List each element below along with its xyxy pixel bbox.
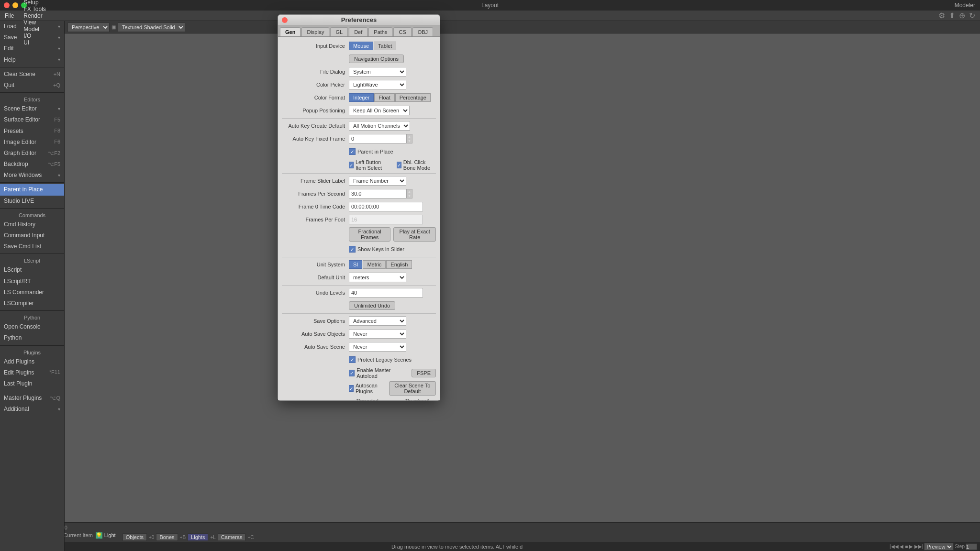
play-at-exact-rate-button[interactable]: Play at Exact Rate bbox=[393, 227, 436, 242]
sidebar-item-image-editor[interactable]: Image Editor F6 bbox=[0, 137, 64, 148]
unit-english[interactable]: English bbox=[386, 260, 412, 269]
reload-icon[interactable]: ↻ bbox=[969, 11, 975, 20]
fps-arrows[interactable]: ▲ ▼ bbox=[406, 189, 412, 198]
frame-slider-select[interactable]: Frame Number bbox=[349, 176, 406, 186]
undo-levels-input[interactable] bbox=[349, 288, 423, 298]
preview-select[interactable]: Preview bbox=[924, 543, 954, 551]
sidebar-item-graph-editor[interactable]: Graph Editor ⌥F2 bbox=[0, 148, 64, 159]
dialog-controls[interactable] bbox=[282, 17, 288, 23]
sidebar-item-lscript-rt[interactable]: LScript/RT bbox=[0, 276, 64, 287]
sidebar-item-save-cmd-list[interactable]: Save Cmd List bbox=[0, 241, 64, 252]
menu-item-view[interactable]: View bbox=[19, 19, 50, 26]
autoscan-checkbox[interactable]: ✓ bbox=[349, 385, 354, 392]
input-device-tablet[interactable]: Tablet bbox=[374, 42, 396, 50]
minimize-button[interactable] bbox=[12, 2, 18, 8]
save-options-select[interactable]: Advanced bbox=[349, 316, 406, 326]
left-button-checkbox[interactable]: ✓ bbox=[349, 162, 354, 168]
bones-button[interactable]: Bones bbox=[156, 533, 178, 541]
step-input[interactable] bbox=[966, 543, 977, 550]
sidebar-item-command-input[interactable]: Command Input bbox=[0, 230, 64, 241]
navigation-options-button[interactable]: Navigation Options bbox=[349, 55, 404, 63]
color-picker-select[interactable]: LightWave bbox=[349, 80, 406, 89]
fps-down[interactable]: ▼ bbox=[407, 194, 412, 198]
perspective-select[interactable]: Perspective bbox=[67, 22, 110, 32]
auto-save-objects-select[interactable]: Never bbox=[349, 329, 406, 339]
tab-obj[interactable]: OBJ bbox=[412, 27, 433, 36]
auto-key-default-select[interactable]: All Motion Channels bbox=[349, 121, 410, 131]
sidebar-item-backdrop[interactable]: Backdrop ⌥F5 bbox=[0, 159, 64, 170]
export-icon[interactable]: ⬆ bbox=[949, 11, 955, 20]
fractional-frames-button[interactable]: Fractional Frames bbox=[349, 227, 390, 242]
fps-up[interactable]: ▲ bbox=[407, 189, 412, 194]
dialog-close-button[interactable] bbox=[282, 17, 288, 23]
frames-per-foot-input[interactable] bbox=[349, 215, 423, 224]
sidebar-item-last-plugin[interactable]: Last Plugin bbox=[0, 378, 64, 389]
unit-si[interactable]: SI bbox=[349, 260, 362, 269]
tab-def[interactable]: Def bbox=[349, 27, 368, 36]
timecode-input[interactable] bbox=[349, 202, 423, 211]
menu-item-ui[interactable]: Ui bbox=[19, 39, 50, 46]
protect-legacy-checkbox[interactable]: ✓ bbox=[349, 356, 356, 363]
autoload-control: ✓ Enable Master Autoload FSPE bbox=[349, 367, 436, 379]
fps-input[interactable] bbox=[349, 189, 406, 198]
sidebar-item-open-console[interactable]: Open Console bbox=[0, 321, 64, 332]
auto-key-fixed-down[interactable]: ▼ bbox=[407, 139, 412, 143]
sidebar-item-studio-live[interactable]: Studio LIVE bbox=[0, 196, 64, 207]
unlimited-undo-button[interactable]: Unlimited Undo bbox=[349, 301, 395, 310]
sidebar-item-presets[interactable]: Presets F8 bbox=[0, 126, 64, 137]
sidebar-item-add-plugins[interactable]: Add Plugins bbox=[0, 356, 64, 367]
auto-key-fixed-up[interactable]: ▲ bbox=[407, 134, 412, 139]
tab-cs[interactable]: CS bbox=[393, 27, 411, 36]
menu-item-i/o[interactable]: I/O bbox=[19, 33, 50, 39]
tab-display[interactable]: Display bbox=[301, 27, 329, 36]
close-button[interactable] bbox=[4, 2, 10, 8]
color-format-float[interactable]: Float bbox=[374, 93, 394, 102]
color-format-integer[interactable]: Integer bbox=[349, 93, 374, 102]
sidebar-item-quit[interactable]: Quit +Q bbox=[0, 80, 64, 91]
file-dialog-select[interactable]: System bbox=[349, 67, 406, 77]
menu-item-render[interactable]: Render bbox=[19, 12, 50, 19]
sidebar-item-edit-plugins[interactable]: Edit Plugins *F11 bbox=[0, 367, 64, 378]
shading-select[interactable]: Textured Shaded Solid bbox=[118, 22, 185, 32]
menu-item-fx-tools[interactable]: FX Tools bbox=[19, 6, 50, 12]
sidebar-item-clear-scene[interactable]: Clear Scene +N bbox=[0, 69, 64, 80]
menu-file[interactable]: File bbox=[0, 11, 19, 21]
default-unit-select[interactable]: meters bbox=[349, 273, 406, 282]
sidebar-item-scene-editor[interactable]: Scene Editor bbox=[0, 103, 64, 114]
auto-save-scene-select[interactable]: Never bbox=[349, 342, 406, 352]
search-icon[interactable]: ⊕ bbox=[959, 11, 965, 20]
sidebar-item-additional[interactable]: Additional bbox=[0, 404, 64, 415]
sidebar-item-more-windows[interactable]: More Windows bbox=[0, 170, 64, 181]
menu-item-model[interactable]: Model bbox=[19, 26, 50, 33]
sidebar-item-surface-editor[interactable]: Surface Editor F5 bbox=[0, 114, 64, 125]
auto-key-fixed-input[interactable] bbox=[349, 134, 406, 143]
unit-metric[interactable]: Metric bbox=[363, 260, 386, 269]
sidebar-item-master-plugins[interactable]: Master Plugins ⌥Q bbox=[0, 393, 64, 404]
lights-button[interactable]: Lights bbox=[188, 533, 208, 541]
dbl-click-bone-checkbox[interactable]: ✓ bbox=[397, 162, 401, 168]
sidebar-item-lscript[interactable]: LScript bbox=[0, 264, 64, 276]
menu-item-setup[interactable]: Setup bbox=[19, 0, 50, 6]
show-keys-checkbox[interactable]: ✓ bbox=[349, 246, 356, 253]
sidebar-item-ls-commander[interactable]: LS Commander bbox=[0, 287, 64, 298]
sidebar-item-parent-in-place[interactable]: Parent in Place bbox=[0, 184, 64, 195]
settings-icon[interactable]: ⚙ bbox=[938, 11, 945, 20]
sidebar-item-help[interactable]: Help bbox=[0, 55, 64, 66]
parent-in-place-checkbox[interactable]: ✓ bbox=[349, 148, 356, 155]
tab-gl[interactable]: GL bbox=[330, 27, 348, 36]
sidebar-item-python[interactable]: Python bbox=[0, 332, 64, 343]
popup-positioning-select[interactable]: Keep All On Screen bbox=[349, 106, 410, 115]
frame-slider-control: Frame Number bbox=[349, 176, 436, 186]
objects-button[interactable]: Objects bbox=[122, 533, 147, 541]
color-format-percentage[interactable]: Percentage bbox=[395, 93, 431, 102]
clear-scene-default-button[interactable]: Clear Scene To Default bbox=[389, 381, 436, 396]
input-device-mouse[interactable]: Mouse bbox=[349, 42, 373, 50]
sidebar-item-cmd-history[interactable]: Cmd History bbox=[0, 219, 64, 230]
sidebar-item-lscompiler[interactable]: LSCompiler bbox=[0, 298, 64, 309]
tab-gen[interactable]: Gen bbox=[280, 27, 301, 36]
fspe-button[interactable]: FSPE bbox=[412, 369, 436, 377]
autoload-checkbox[interactable]: ✓ bbox=[349, 370, 355, 376]
cameras-button[interactable]: Cameras bbox=[218, 533, 246, 541]
tab-paths[interactable]: Paths bbox=[368, 27, 392, 36]
auto-key-fixed-arrows[interactable]: ▲ ▼ bbox=[406, 134, 412, 143]
